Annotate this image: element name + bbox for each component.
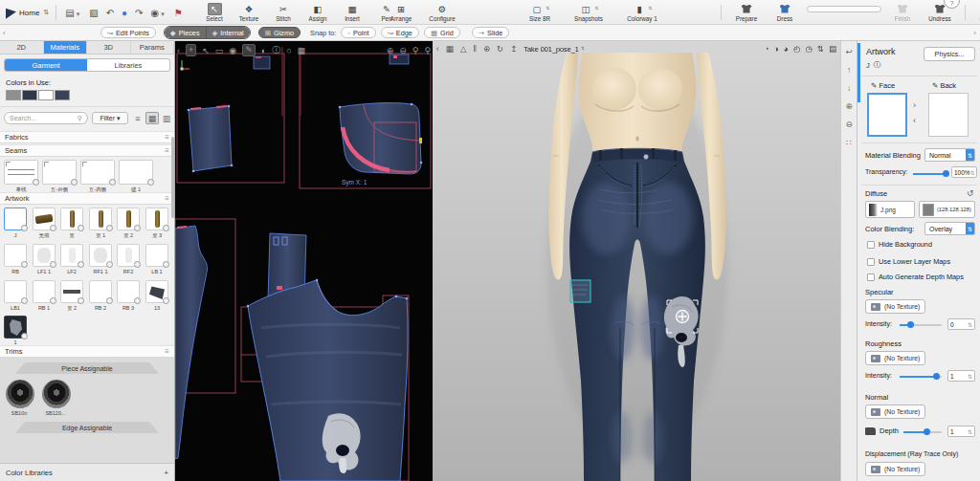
dart-tool-icon[interactable]: ◐ <box>261 46 266 55</box>
artwork-item[interactable] <box>33 280 56 303</box>
use-lower-layer-maps-checkbox[interactable]: Use Lower Layer Maps <box>867 257 950 266</box>
zoom-area-icon[interactable]: ⚲ <box>424 46 431 55</box>
import-icon[interactable]: ▧ <box>89 8 98 18</box>
dress-progress-slider[interactable] <box>807 6 881 12</box>
pause-icon[interactable]: ‖ <box>473 44 477 54</box>
transparency-value[interactable]: 100% ⇅ <box>951 166 977 178</box>
tool-colorway[interactable]: ▮⇅ Colorway 1 <box>614 0 670 25</box>
tool-texture[interactable]: ❖ Texture <box>232 0 266 25</box>
artwork-item[interactable] <box>89 244 112 267</box>
snapshot-camera-icon[interactable]: ◉▾ <box>150 8 166 18</box>
colorway-spinner-icon[interactable]: ⇅ <box>649 7 653 11</box>
snap-grid-button[interactable]: ▦ Grid <box>424 27 460 38</box>
tab-materials[interactable]: Materials <box>44 41 88 54</box>
slide-button[interactable]: ⇢ Slide <box>472 27 510 38</box>
tool-insert[interactable]: ▦ Insert <box>335 0 369 25</box>
section-menu-icon[interactable]: ≡ <box>165 347 169 356</box>
hide-background-checkbox[interactable]: Hide Background <box>867 240 932 249</box>
pattern-piece-leg-left[interactable] <box>175 226 208 459</box>
displacement-texture-button[interactable]: (No Texture) <box>865 462 925 476</box>
rotate-view-icon[interactable]: ↻ <box>497 44 503 54</box>
add-library-icon[interactable]: + <box>165 469 168 477</box>
tab-libraries[interactable]: Libraries <box>87 59 169 71</box>
color-swatch[interactable] <box>55 90 70 100</box>
face-texture-slot[interactable] <box>867 93 907 137</box>
circle-tool-icon[interactable]: ◉ <box>229 46 236 55</box>
tool-size[interactable]: ▢⇅ Size 8R <box>517 0 563 25</box>
info-icon[interactable]: ⓘ <box>874 60 881 70</box>
view-left-icon[interactable]: ◕ <box>784 44 789 54</box>
artwork-item[interactable] <box>89 280 112 303</box>
grid-tool-icon[interactable]: ▦ <box>298 46 306 55</box>
artwork-item[interactable] <box>4 316 27 339</box>
size-spinner-icon[interactable]: ⇅ <box>546 7 550 11</box>
panel-toggle-icon[interactable]: ▤ <box>829 44 836 54</box>
material-blending-dropdown[interactable]: Normal ⇅ <box>924 148 975 162</box>
artwork-item[interactable] <box>4 280 27 303</box>
diffuse-texture-slot[interactable]: J.png <box>865 201 915 218</box>
artwork-item[interactable] <box>33 244 56 267</box>
depth-value[interactable]: 1 ⇅ <box>947 426 975 437</box>
zoom-out-icon[interactable]: ⊖ <box>845 120 852 129</box>
tab-garment[interactable]: Garment <box>5 59 87 71</box>
pattern-2d-viewport[interactable]: Sym X: 1 <box>175 41 433 481</box>
trims-section-header[interactable]: Trims ≡ <box>0 345 174 358</box>
filter-dropdown[interactable]: Filter ▾ <box>92 112 128 124</box>
seam-item[interactable] <box>4 160 38 185</box>
tool-stitch[interactable]: ✂ Stitch <box>266 0 301 25</box>
tool-select[interactable]: ↖ Select <box>197 0 232 25</box>
pattern-piece-leg-front[interactable] <box>247 279 409 481</box>
color-swatch[interactable] <box>6 90 21 100</box>
tool-configure[interactable]: ⚙ Configure <box>421 0 463 25</box>
tab-2d[interactable]: 2D <box>0 41 44 54</box>
edit-points-button[interactable]: ↝ Edit Points <box>100 27 156 38</box>
tool-prepare[interactable]: Prepare <box>726 0 767 25</box>
color-swatch[interactable] <box>38 90 54 100</box>
tool-styling[interactable]: ✎ Styling <box>970 0 980 25</box>
redo-icon[interactable]: ↷ <box>135 8 143 18</box>
transform-tool-icon[interactable]: + <box>186 44 196 56</box>
physics-button[interactable]: Physics... <box>924 47 975 61</box>
scroll-up-icon[interactable]: ↑ <box>847 65 851 75</box>
zoom-fit-icon[interactable]: ⚲ <box>412 46 419 55</box>
edge-assignable-header[interactable]: Edge Assignable <box>15 422 159 433</box>
reset-icon[interactable]: ↺ <box>967 188 974 198</box>
artwork-item[interactable] <box>117 208 140 230</box>
artwork-section-header[interactable]: Artwork ≡ <box>0 192 174 205</box>
grid-dots-icon[interactable]: ∷ <box>846 138 851 147</box>
snap-edge-button[interactable]: ↝ Edge <box>381 27 419 38</box>
gizmo-toggle[interactable]: ⊞ Gizmo <box>258 27 301 38</box>
seams-section-header[interactable]: Seams ≡ <box>0 144 174 157</box>
zoom-in-icon[interactable]: ⊕ <box>845 101 852 111</box>
view-front-icon[interactable]: ◔ <box>765 44 769 54</box>
tool-dress[interactable]: Dress <box>767 0 803 25</box>
back-texture-slot[interactable] <box>928 93 969 137</box>
pen-tool-icon[interactable]: ✎ <box>242 44 256 56</box>
transparency-slider[interactable] <box>913 173 949 175</box>
reset-pose-icon[interactable]: ↥ <box>510 44 517 54</box>
take-pose-selector[interactable]: Take 001_pose_1 ⇅ <box>523 45 584 54</box>
pin-icon[interactable]: ⚑ <box>174 8 183 18</box>
snap-point-button[interactable]: ◦ Point <box>341 27 375 38</box>
trim-item-button[interactable] <box>42 380 71 408</box>
view-top-icon[interactable]: ◷ <box>805 44 812 54</box>
collapse-panel-icon[interactable]: ‹ <box>177 46 180 55</box>
view-back-icon[interactable]: ◑ <box>774 44 779 54</box>
tool-snapshots[interactable]: ◫⇅ Snapshots <box>563 0 614 25</box>
artwork-item[interactable] <box>4 208 27 230</box>
specular-texture-button[interactable]: (No Texture) <box>865 299 925 314</box>
search-input[interactable]: Search... ⚲ <box>4 112 88 124</box>
garment-3d-viewport[interactable]: ‹ ▦ △ ‖ ⊕ ↻ ↥ Take 001_pose_1 ⇅ ◔ ◑ ◕ ◴ … <box>433 41 840 481</box>
internal-toggle[interactable]: ◈Internal <box>206 27 250 38</box>
seam-item[interactable] <box>42 160 77 185</box>
artwork-patch-selected[interactable] <box>570 280 590 302</box>
pattern-piece-waistband-left[interactable] <box>254 56 270 69</box>
view-cycle-icon[interactable]: ⇅ <box>817 44 824 54</box>
undo-icon[interactable]: ↶ <box>106 8 114 18</box>
detail-view-button[interactable]: ▥ <box>160 112 173 124</box>
collapse-right-icon[interactable]: › <box>973 29 976 37</box>
pattern-piece-pocket-curved[interactable]: Sym X: 1 <box>339 103 423 186</box>
tab-3d[interactable]: 3D <box>87 41 131 54</box>
sidebar-scrollbar[interactable] <box>171 137 174 218</box>
tool-finish[interactable]: Finish <box>885 0 920 25</box>
